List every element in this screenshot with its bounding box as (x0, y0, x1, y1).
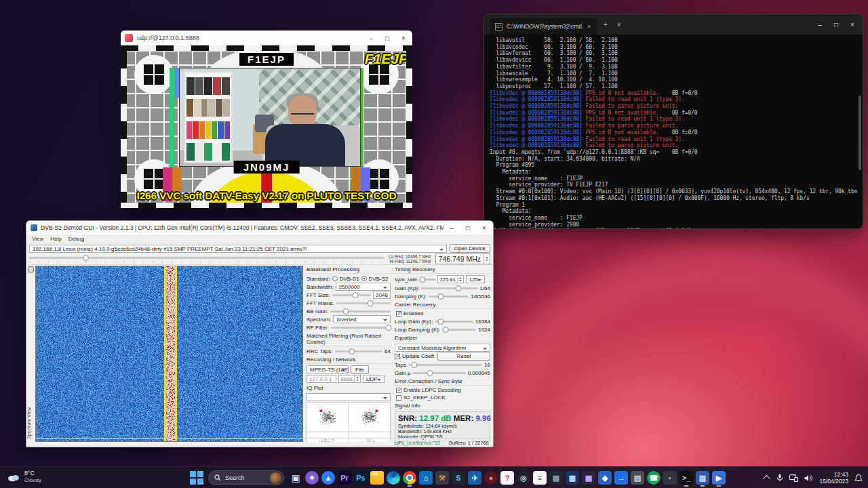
taskbar-chrome-icon[interactable] (401, 469, 418, 487)
taskbar-task-view-icon[interactable]: ▣ (288, 469, 304, 487)
taskbar-chat-app-icon[interactable]: ✶ (304, 469, 320, 487)
taskbar-tiles-dark-app-icon[interactable]: ▦ (548, 469, 564, 487)
weather-widget[interactable]: 8°C Cloudy (7, 470, 41, 484)
snapshot-icon[interactable] (28, 266, 34, 272)
taskbar-setup-app-icon[interactable]: ⚒ (434, 469, 450, 487)
taskbar-store-icon[interactable]: ⌂ (418, 469, 434, 487)
taskbar-notes-app-icon[interactable]: ≡ (532, 469, 548, 487)
taskbar-box-app-icon[interactable]: ▪ (662, 469, 678, 487)
sym-rate-spinbox[interactable]: 125 ks (437, 275, 464, 283)
speaker-icon[interactable] (804, 474, 813, 482)
menu-help[interactable]: Help (50, 236, 61, 242)
taskbar-tiles-blue-app-icon[interactable]: ▦ (564, 469, 580, 487)
timing-gain-slider[interactable] (421, 285, 477, 291)
bandwidth-combo[interactable]: 2500000 (336, 283, 391, 291)
device-combo[interactable]: 192.168.1.8 Linux (none) 4.19.0-g5edc6cd… (29, 245, 447, 253)
section-recording-network: Recording / Network (305, 355, 392, 364)
maximize-button[interactable]: □ (382, 35, 392, 42)
taskbar-player-app-icon[interactable]: ▶ (711, 469, 727, 487)
spectrum-view-tab[interactable]: Spectrum View (26, 407, 31, 439)
file-button[interactable]: File (351, 365, 369, 374)
tab-dropdown-button[interactable]: ˅ (614, 21, 624, 28)
taskbar-share-app-icon[interactable]: → (613, 469, 629, 487)
frequency-slider[interactable] (29, 255, 384, 263)
taskbar-premiere-icon[interactable]: Pr (336, 469, 353, 487)
carrier-enabled-checkbox[interactable]: Enabled (393, 310, 492, 317)
minimize-button[interactable]: – (815, 21, 825, 28)
ip-input[interactable]: 127.0.0.1 (307, 375, 336, 383)
close-button[interactable]: × (848, 21, 857, 28)
terminal-tab[interactable]: C:\ C:\WINDOWS\system32\cmd. × (490, 18, 597, 35)
taskbar-media-app-icon[interactable]: ● (483, 469, 499, 487)
loop-gain-slider[interactable] (435, 319, 473, 325)
cast-screen-icon[interactable] (789, 474, 798, 482)
taskbar-obs-icon[interactable]: ◎ (515, 469, 532, 487)
taskbar-database-app-icon[interactable]: ▤ (629, 469, 646, 487)
taskbar-photoshop-icon[interactable]: Ps (353, 469, 369, 487)
tray-overflow-chevron-icon[interactable] (763, 475, 770, 483)
menu-debug[interactable]: Debug (68, 236, 85, 242)
minimize-button[interactable]: – (366, 35, 376, 42)
fft-intens-slider[interactable] (336, 300, 391, 306)
maximize-button[interactable]: □ (831, 21, 841, 28)
taskbar-phone-app-icon[interactable]: ☎ (646, 469, 662, 487)
taskbar-drive-app-icon[interactable]: ▲ (320, 469, 336, 487)
radio-dvbs1[interactable]: DVB-S1 (332, 276, 359, 282)
sym-rate-unit-combo[interactable]: 125 (466, 275, 485, 283)
snr-value: 12.97 dB (419, 414, 451, 422)
taskbar-terminal-icon[interactable]: >_ (678, 469, 694, 487)
taskbar-doc-help-icon[interactable]: ? (499, 469, 515, 487)
freq-spin-arrows[interactable] (484, 254, 490, 264)
taskbar-shield-app-icon[interactable]: ▩ (580, 469, 597, 487)
demod-titlebar[interactable]: DVB-S2 Demod GUI - Version 2.1.3 | CPU: … (26, 221, 493, 235)
taskbar-clock[interactable]: 12:43 15/04/2023 (819, 471, 848, 485)
player-titlebar[interactable]: udp://@127.0.0.1:8888 – □ × (121, 30, 412, 45)
taskbar-skype-s-icon[interactable]: S (450, 469, 467, 487)
protocol-combo[interactable]: UDP (363, 375, 384, 383)
eq-gain-slider[interactable] (413, 370, 466, 376)
new-tab-button[interactable]: + (601, 21, 610, 28)
taskbar-demod-app-icon[interactable]: ▥ (694, 469, 711, 487)
update-coeff-checkbox[interactable]: Update Coeff. (395, 352, 435, 360)
maximize-button[interactable]: □ (463, 224, 473, 232)
taskbar-diamond-app-icon[interactable]: ◆ (597, 469, 613, 487)
microphone-icon[interactable] (776, 474, 783, 482)
terminal-tab-title: C:\WINDOWS\system32\cmd. (507, 23, 583, 30)
search-box[interactable]: Search (208, 470, 284, 485)
s2-keep-lock-checkbox[interactable]: S2_KEEP_LOCK (393, 394, 492, 401)
terminal-scrollbar[interactable] (859, 96, 861, 170)
radio-dvbs2[interactable]: DVB-S2 (361, 276, 389, 282)
bb-gain-slider[interactable] (330, 308, 391, 314)
frequency-spinbox[interactable]: 746.749 MHz (435, 253, 490, 264)
menu-view[interactable]: View (32, 236, 43, 242)
sym-rate-slider[interactable] (420, 277, 435, 283)
close-button[interactable]: × (399, 35, 408, 42)
minimize-button[interactable]: – (447, 224, 456, 232)
loop-damping-slider[interactable] (442, 327, 476, 333)
fft-size-slider[interactable] (332, 292, 372, 298)
search-highlight-thumbnail[interactable] (270, 472, 281, 484)
reset-button[interactable]: Reset (437, 352, 490, 361)
taskbar-maps-app-icon[interactable]: ✈ (467, 469, 483, 487)
notification-bell-icon[interactable] (854, 474, 863, 483)
eq-taps-slider[interactable] (408, 362, 482, 368)
iq-plot-combo[interactable] (307, 393, 391, 401)
taskbar-edge-icon[interactable] (385, 469, 401, 487)
spectrum-combo[interactable]: Inverted (333, 315, 391, 323)
ldpc-checkbox[interactable]: Enable LDPC Decoding (393, 386, 492, 394)
callsign-label: F1EJP (239, 53, 294, 66)
rrc-taps-slider[interactable] (335, 348, 383, 354)
start-button[interactable] (189, 470, 205, 486)
tab-close-icon[interactable]: × (587, 23, 591, 30)
terminal-titlebar[interactable]: C:\ C:\WINDOWS\system32\cmd. × + ˅ – □ × (484, 14, 863, 35)
fft-size-value[interactable]: 2048 (373, 291, 391, 299)
open-device-button[interactable]: Open Device (450, 244, 490, 253)
rf-filter-slider[interactable] (331, 325, 391, 331)
close-button[interactable]: × (479, 224, 489, 232)
equalizer-algo-combo[interactable]: Constant Modulus Algorithm (395, 344, 490, 352)
demod-menubar: View Help Debug (26, 235, 493, 243)
port-spinbox[interactable]: 8888 (338, 375, 361, 383)
format-combo[interactable]: MPEG-TS (188) (307, 365, 349, 373)
taskbar-file-explorer-icon[interactable] (369, 469, 385, 487)
timing-damping-slider[interactable] (429, 293, 469, 300)
